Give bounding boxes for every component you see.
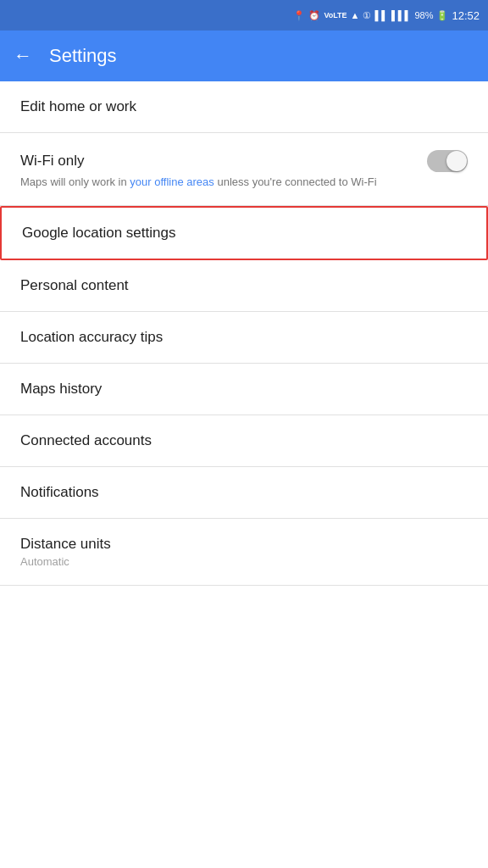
settings-item-google-location[interactable]: Google location settings xyxy=(0,206,488,260)
wifi-only-label: Wi-Fi only xyxy=(20,153,85,170)
battery-icon: 🔋 xyxy=(436,10,448,21)
settings-item-personal-content[interactable]: Personal content xyxy=(0,260,488,312)
settings-item-distance-units[interactable]: Distance units Automatic xyxy=(0,519,488,586)
volte-icon: VoLTE xyxy=(324,11,347,19)
signal-icon-1: ▌▌ xyxy=(374,10,388,20)
location-icon: 📍 xyxy=(293,10,305,21)
edit-home-work-label: Edit home or work xyxy=(20,98,136,115)
wifi-only-toggle[interactable] xyxy=(427,150,468,172)
status-icons: 📍 ⏰ VoLTE ▲ ① ▌▌ ▌▌▌ 98% 🔋 12:52 xyxy=(293,9,480,22)
settings-item-maps-history[interactable]: Maps history xyxy=(0,364,488,415)
battery-percentage: 98% xyxy=(414,10,433,20)
notification-icon: ① xyxy=(363,10,371,21)
settings-item-notifications[interactable]: Notifications xyxy=(0,467,488,519)
toggle-knob xyxy=(446,151,467,171)
settings-list: Edit home or work Wi-Fi only Maps will o… xyxy=(0,81,488,586)
settings-item-edit-home-work[interactable]: Edit home or work xyxy=(0,81,488,133)
personal-content-label: Personal content xyxy=(20,277,129,294)
wifi-only-row: Wi-Fi only xyxy=(20,150,468,172)
status-bar: 📍 ⏰ VoLTE ▲ ① ▌▌ ▌▌▌ 98% 🔋 12:52 xyxy=(0,0,488,31)
app-bar-title: Settings xyxy=(49,45,117,67)
settings-item-connected-accounts[interactable]: Connected accounts xyxy=(0,415,488,467)
distance-units-value: Automatic xyxy=(20,555,69,568)
time-display: 12:52 xyxy=(452,9,480,22)
wifi-only-subtext: Maps will only work in your offline area… xyxy=(20,175,377,188)
offline-areas-link[interactable]: your offline areas xyxy=(130,175,214,188)
signal-icon-2: ▌▌▌ xyxy=(391,10,411,20)
settings-item-wifi-only[interactable]: Wi-Fi only Maps will only work in your o… xyxy=(0,133,488,206)
notifications-label: Notifications xyxy=(20,484,99,501)
connected-accounts-label: Connected accounts xyxy=(20,432,152,449)
settings-item-location-accuracy[interactable]: Location accuracy tips xyxy=(0,312,488,364)
maps-history-label: Maps history xyxy=(20,381,102,398)
back-button[interactable]: ← xyxy=(14,45,32,67)
google-location-label: Google location settings xyxy=(22,225,175,242)
app-bar: ← Settings xyxy=(0,31,488,81)
location-accuracy-label: Location accuracy tips xyxy=(20,329,163,346)
wifi-icon: ▲ xyxy=(351,10,360,20)
alarm-icon: ⏰ xyxy=(308,10,320,21)
distance-units-label: Distance units xyxy=(20,536,111,553)
